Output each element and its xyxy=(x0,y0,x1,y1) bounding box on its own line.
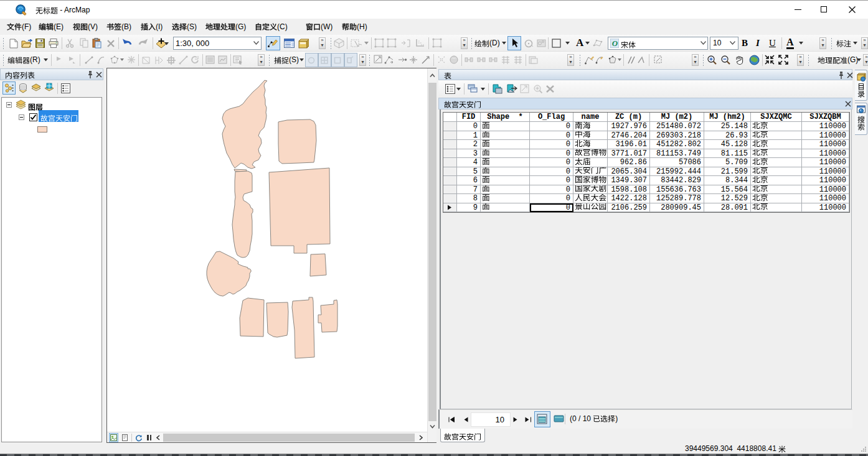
svg-text:O: O xyxy=(612,39,618,48)
